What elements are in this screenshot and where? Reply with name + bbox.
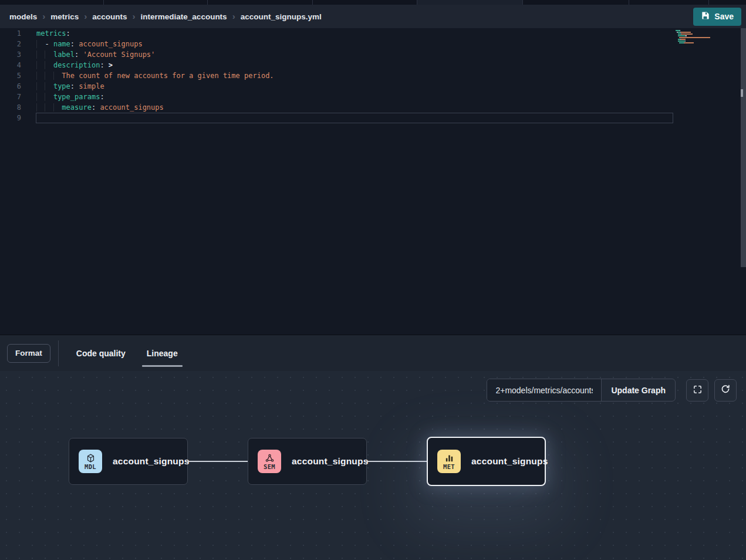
refresh-arrow-icon [720,384,731,396]
breadcrumb-bar: models›metrics›accounts›intermediate_acc… [0,5,746,28]
lineage-selector-input[interactable] [487,379,601,401]
divider [58,340,59,366]
node-label: account_signups [292,456,368,467]
lineage-canvas[interactable]: Update Graph [0,371,746,560]
editor-tab[interactable] [0,0,104,5]
save-button[interactable]: Save [693,8,741,26]
metric-chart-icon [444,453,454,463]
bottom-panel: Format Code qualityLineage Update Graph [0,335,746,560]
lineage-node-sem[interactable]: SEM account_signups [248,438,367,485]
line-number: 3 [0,49,21,60]
format-button[interactable]: Format [7,344,50,363]
code-line: measure: account_signups [36,102,673,113]
chevron-right-icon: › [42,12,45,21]
refresh-button[interactable] [714,379,737,402]
minimap-line [676,39,737,40]
node-type-badge: MDL [79,450,102,473]
node-type-label: MET [443,463,455,470]
breadcrumb-item[interactable]: metrics [50,12,79,21]
expand-corners-icon [693,384,703,396]
editor-tab[interactable] [523,0,629,5]
floppy-disk-icon [701,11,710,22]
code-line: description: > [36,60,673,70]
lineage-toolbar: Update Graph [487,379,737,402]
code-line: - name: account_signups [36,39,673,49]
panel-tabs: Code qualityLineage [66,335,188,371]
minimap-line [676,37,737,38]
minimap[interactable] [676,30,737,46]
node-type-label: MDL [85,463,96,470]
editor-tab[interactable] [709,0,746,5]
line-number: 8 [0,102,21,113]
code-line: type: simple [36,81,673,92]
lineage-edge [188,461,248,462]
code-line [36,113,673,123]
node-type-badge: SEM [258,450,281,473]
chevron-right-icon: › [84,12,87,21]
save-label: Save [714,12,734,21]
selector-group: Update Graph [487,379,676,402]
editor-tab[interactable] [417,0,523,5]
code-line: type_params: [36,92,673,102]
chevron-right-icon: › [232,12,235,21]
app-root: models›metrics›accounts›intermediate_acc… [0,0,746,560]
chevron-right-icon: › [133,12,136,21]
code-content[interactable]: metrics: - name: account_signups label: … [36,28,673,335]
line-number: 4 [0,60,21,70]
tab-label: Code quality [76,349,126,358]
minimap-line [676,35,737,36]
code-line: label: 'Account Signups' [36,49,673,60]
breadcrumb-item[interactable]: account_signups.yml [241,12,322,21]
code-line: The count of new accounts for a given ti… [36,70,673,81]
minimap-line [676,41,737,42]
minimap-line [676,33,737,35]
editor-tab[interactable] [629,0,709,5]
panel-header: Format Code qualityLineage [0,335,746,371]
line-number: 2 [0,39,21,49]
breadcrumb: models›metrics›accounts›intermediate_acc… [9,12,322,21]
editor-tab[interactable] [104,0,208,5]
semantic-model-icon [265,453,275,463]
tab-code-quality[interactable]: Code quality [66,335,136,371]
code-editor[interactable]: 123456789 metrics: - name: account_signu… [0,28,746,335]
update-graph-button[interactable]: Update Graph [601,379,675,401]
line-number: 1 [0,28,21,39]
lineage-node-mdl[interactable]: MDL account_signups [69,438,188,485]
tab-label: Lineage [147,349,178,358]
lineage-edge [367,461,427,462]
code-line: metrics: [36,28,673,39]
breadcrumb-item[interactable]: models [9,12,37,21]
line-number: 7 [0,92,21,102]
editor-scrollbar[interactable] [741,28,746,267]
editor-tab[interactable] [313,0,417,5]
model-cube-icon [86,453,96,463]
line-number: 6 [0,81,21,92]
minimap-line [676,42,737,43]
node-label: account_signups [113,456,189,467]
editor-tab[interactable] [208,0,313,5]
node-type-badge: MET [437,450,461,473]
editor-tab-strip [0,0,746,5]
line-number: 5 [0,70,21,81]
minimap-line [676,30,737,31]
lineage-node-met[interactable]: MET account_signups [427,437,546,486]
breadcrumb-item[interactable]: intermediate_accounts [141,12,227,21]
minimap-line [676,32,737,33]
node-label: account_signups [471,456,548,467]
node-type-label: SEM [264,463,275,470]
line-number-gutter: 123456789 [0,28,21,335]
scrollbar-handle[interactable] [741,89,743,97]
minimap-line [676,44,737,45]
tab-lineage[interactable]: Lineage [136,335,188,371]
breadcrumb-item[interactable]: accounts [92,12,127,21]
line-number: 9 [0,113,21,123]
fullscreen-button[interactable] [686,379,708,402]
